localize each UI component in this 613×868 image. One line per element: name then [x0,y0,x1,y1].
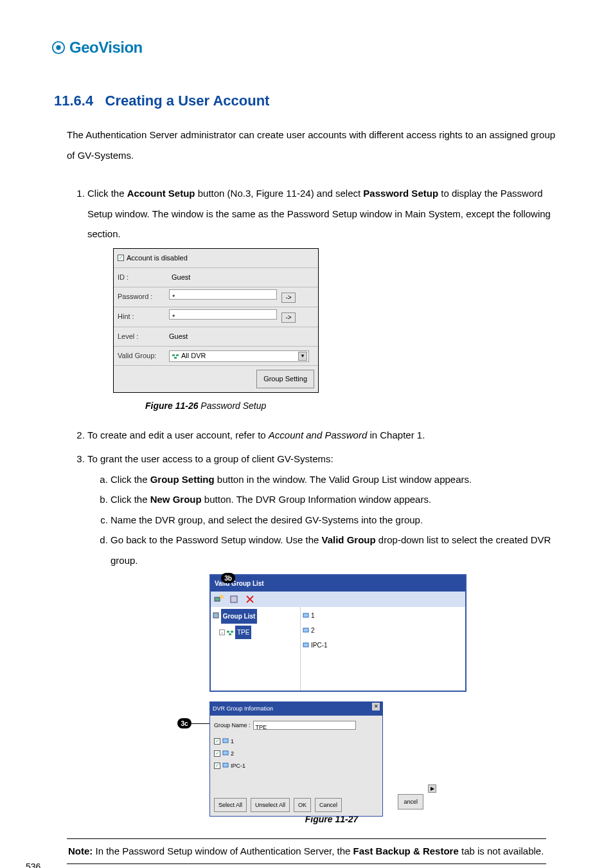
edit-group-button[interactable] [229,593,240,605]
svg-rect-14 [303,613,308,617]
level-label: Level : [114,327,165,346]
dvr-item-0: 1 [231,736,234,748]
step3-line: To grant the user access to a group of c… [87,453,333,464]
figure-11-26-caption: Figure 11-26 Password Setup [145,397,562,415]
select-all-button[interactable]: Select All [214,798,247,813]
fig26-bold: Figure 11-26 [145,401,198,411]
password-setup-window: ✓ Account is disabled ID : Guest Passwor… [113,248,319,393]
list-item-label-2: IPC-1 [311,638,328,652]
tree-item-tpe[interactable]: TPE [235,626,251,639]
close-button[interactable]: ✕ [372,703,380,710]
s3a-suffix: button in the window. The Valid Group Li… [215,474,472,485]
note-mid: In the Password Setup window of Authenti… [93,845,353,856]
outer-cancel-button[interactable]: ancel [398,794,423,810]
svg-point-6 [220,595,224,599]
s3b-bold: New Group [150,494,202,505]
new-group-button[interactable] [213,593,225,605]
hint-value[interactable]: * [169,309,277,320]
dvr-item-2: IPC-1 [231,760,245,772]
svg-rect-15 [303,628,308,632]
id-label: ID : [114,267,165,287]
validgroup-value: All DVR [181,348,206,363]
svg-rect-4 [174,357,177,359]
brand-logo: GeoVision [51,39,562,57]
brand-text: GeoVision [69,39,143,57]
dvr-check-item[interactable]: ✓ 2 [214,748,378,760]
step2-suffix: in Chapter 1. [367,429,425,440]
tree-expand-icon[interactable]: - [219,629,225,635]
level-value: Guest [169,332,188,340]
valid-group-list-window: Valid Group List [209,574,466,692]
account-disabled-label: Account is disabled [127,251,188,266]
intro-paragraph: The Authentication Server administrator … [67,125,562,165]
svg-point-1 [56,45,60,50]
note-bold2: Fast Backup & Restore [353,845,459,856]
host-icon [303,628,309,634]
list-item-label-1: 2 [311,624,315,637]
groupname-label: Group Name : [214,719,251,732]
group-icon [172,353,179,359]
ok-button[interactable]: OK [294,798,311,813]
note-suffix: tab is not available. [459,845,544,856]
list-item[interactable]: 1 [303,609,463,622]
s3a-prefix: Click the [111,474,150,485]
step1-bold2: Password Setup [363,188,438,199]
host-icon [222,738,229,745]
dvr-check-item[interactable]: ✓ 1 [214,736,378,748]
s3d-bold: Valid Group [322,534,376,545]
page-number: 536 [26,862,40,868]
checkbox-icon[interactable]: ✓ [214,750,220,757]
group-node-icon [227,629,233,636]
step-1: Click the Account Setup button (No.3, Fi… [87,183,562,416]
chevron-down-icon[interactable]: ▼ [298,352,307,361]
groupname-input[interactable]: TPE [253,721,356,730]
hint-expand-button[interactable]: -> [281,312,296,323]
svg-rect-19 [223,763,228,767]
cancel-button[interactable]: Cancel [315,798,342,813]
delete-group-button[interactable] [244,593,256,605]
section-heading: 11.6.4 Creating a User Account [51,93,562,109]
dvr-group-info-window: DVR Group Information ✕ Group Name : TPE… [209,701,383,817]
password-expand-button[interactable]: -> [281,293,296,303]
tree-root-icon [213,612,219,619]
step2-italic: Account and Password [269,429,367,440]
group-tree: Group List - TPE [211,607,301,691]
group-list-root[interactable]: Group List [221,609,258,624]
account-disabled-checkbox[interactable]: ✓ [118,255,124,261]
dvr-item-1: 2 [231,748,234,760]
password-value[interactable]: * [169,289,277,300]
svg-rect-5 [215,597,220,601]
svg-rect-12 [231,631,233,633]
unselect-all-button[interactable]: Unselect All [251,798,290,813]
host-icon [222,750,229,757]
step-3b: Click the New Group button. The DVR Grou… [111,489,562,510]
step1-bold1: Account Setup [127,188,195,199]
step-3d: Go back to the Password Setup window. Us… [111,530,562,570]
validgroup-dropdown[interactable]: All DVR ▼ [169,350,309,362]
valid-group-screenshot: 3b 3c Valid Group List [184,574,479,808]
group-setting-button[interactable]: Group Setting [256,370,314,388]
delete-icon [245,594,255,604]
svg-rect-2 [172,354,175,356]
step-3c: Name the DVR group, and select the desir… [111,510,562,530]
section-number: 11.6.4 [54,93,93,109]
host-icon [222,763,229,769]
checkbox-icon[interactable]: ✓ [214,763,220,769]
s3b-prefix: Click the [111,494,150,505]
svg-rect-13 [229,633,231,635]
svg-rect-7 [231,596,237,602]
svg-rect-10 [213,613,218,618]
scroll-right-button[interactable]: ▶ [428,784,436,793]
dvr-check-item[interactable]: ✓ IPC-1 [214,760,378,772]
svg-rect-18 [223,751,228,755]
step2-prefix: To create and edit a user account, refer… [87,429,269,440]
step1-prefix: Click the [87,188,127,199]
checkbox-icon[interactable]: ✓ [214,738,220,745]
password-label: Password : [114,287,165,307]
list-item[interactable]: IPC-1 [303,638,463,652]
valid-group-list-title: Valid Group List [211,575,465,592]
list-item[interactable]: 2 [303,624,463,637]
svg-rect-3 [176,354,179,356]
new-group-icon [214,594,224,604]
list-item-label-0: 1 [311,609,315,622]
